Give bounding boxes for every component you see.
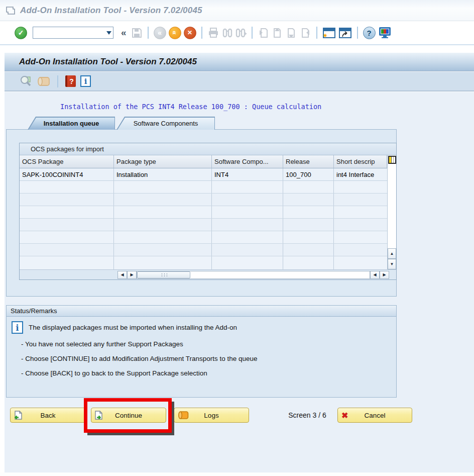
- display-search-icon[interactable]: [20, 75, 33, 88]
- star-glyph: ✷: [323, 32, 328, 39]
- app-title: Add-On Installation Tool - Version 7.02/…: [19, 57, 197, 67]
- back-page-icon: [14, 411, 22, 420]
- back-button[interactable]: Back: [10, 408, 86, 423]
- collapse-toolbar-icon[interactable]: «: [119, 27, 129, 38]
- app-toolbar: ? i: [5, 72, 474, 91]
- status-remark: - Choose [BACK] to go back to the Suppor…: [21, 369, 207, 377]
- command-input[interactable]: [33, 27, 104, 38]
- table-row-empty: [20, 231, 387, 244]
- table-row-empty: [20, 244, 387, 256]
- sap-window-icon: [6, 6, 16, 15]
- window-titlebar: Add-On Installation Tool - Version 7.02/…: [0, 0, 474, 21]
- scroll-left-icon[interactable]: ◀: [117, 271, 127, 279]
- column-header-short-description[interactable]: Short descrip: [334, 155, 387, 168]
- horizontal-scroll-thumb[interactable]: [137, 271, 190, 278]
- command-dropdown-icon[interactable]: [104, 27, 113, 38]
- customize-layout-icon[interactable]: [378, 27, 392, 39]
- table-row-empty: [20, 219, 387, 231]
- column-header-package-type[interactable]: Package type: [114, 155, 212, 168]
- tab-installation-queue[interactable]: Installation queue: [28, 117, 115, 130]
- previous-page-icon[interactable]: [272, 27, 283, 39]
- find-next-icon[interactable]: [235, 27, 247, 38]
- cell-release: 100_700: [283, 168, 334, 180]
- ocs-packages-table: OCS packages for import OCS Package Pack…: [19, 143, 397, 280]
- vertical-scrollbar[interactable]: ▲ ▼: [387, 155, 396, 269]
- create-shortcut-icon[interactable]: [338, 27, 352, 39]
- button-label: Logs: [204, 412, 218, 419]
- status-info-line: The displayed packages must be imported …: [29, 324, 237, 331]
- cell-ocs-package: SAPK-100COININT4: [20, 168, 114, 180]
- table-row-empty: [20, 181, 387, 194]
- first-page-icon[interactable]: [258, 27, 269, 39]
- tab-label: Installation queue: [44, 120, 99, 127]
- horizontal-scroll-track[interactable]: [137, 271, 370, 279]
- logs-button[interactable]: Logs: [174, 408, 249, 423]
- scroll-up-icon[interactable]: ▲: [388, 248, 396, 259]
- column-header-release[interactable]: Release: [283, 155, 334, 168]
- support-help-book-icon[interactable]: ?: [65, 75, 76, 87]
- column-header-ocs-package[interactable]: OCS Package: [20, 155, 114, 168]
- enter-icon[interactable]: ✓: [15, 27, 27, 39]
- sap-gui-window: Add-On Installation Tool - Version 7.02/…: [0, 0, 474, 476]
- annotation-highlight: [84, 398, 172, 433]
- back-icon[interactable]: «: [154, 27, 166, 39]
- print-icon[interactable]: [207, 27, 219, 38]
- table-header-row: OCS Package Package type Software Compo.…: [20, 155, 387, 168]
- toolbar-separator: [357, 27, 358, 39]
- screen-indicator: Screen 3 / 6: [280, 408, 335, 423]
- logs-scroll-icon: [178, 411, 189, 420]
- status-panel-title: Status/Remarks: [7, 306, 396, 317]
- toolbar-separator: [148, 27, 149, 39]
- command-field-wrap: [33, 27, 113, 39]
- hscroll-spacer: [389, 270, 396, 279]
- table-row-empty: [20, 206, 387, 219]
- cancel-button[interactable]: ✖ Cancel: [337, 408, 412, 423]
- next-page-icon[interactable]: [286, 27, 297, 39]
- app-header: Add-On Installation Tool - Version 7.02/…: [5, 52, 474, 71]
- cell-software-component: INT4: [212, 168, 283, 180]
- tab-software-components[interactable]: Software Components: [116, 117, 215, 130]
- cell-short-description: int4 Interface: [334, 168, 387, 180]
- scroll-right-end-icon[interactable]: ▶: [380, 271, 389, 279]
- toolbar-separator: [252, 27, 253, 39]
- scroll-right-icon[interactable]: ▶: [127, 271, 137, 279]
- toolbar-separator: [201, 27, 202, 39]
- status-remarks-panel: Status/Remarks i The displayed packages …: [6, 305, 397, 398]
- status-remark: - Choose [CONTINUE] to add Modification …: [21, 355, 257, 362]
- find-icon[interactable]: [222, 27, 233, 38]
- installation-queue-panel: OCS packages for import OCS Package Pack…: [6, 129, 397, 297]
- column-header-software-component[interactable]: Software Compo...: [212, 155, 283, 168]
- standard-toolbar: ✓ « « « ✕: [0, 21, 474, 45]
- info-icon: i: [12, 321, 23, 334]
- table-row[interactable]: SAPK-100COININT4 Installation INT4 100_7…: [20, 168, 387, 181]
- table-filler-row: [20, 256, 387, 269]
- information-icon[interactable]: i: [80, 75, 91, 87]
- table-empty-rows: [20, 181, 387, 256]
- window-title: Add-On Installation Tool - Version 7.02/…: [20, 6, 202, 16]
- tab-label: Software Components: [134, 120, 198, 127]
- cell-package-type: Installation: [114, 168, 212, 180]
- instruction-text: Installation of the PCS INT4 Release 100…: [60, 103, 321, 111]
- toolbar-separator: [316, 27, 317, 39]
- logs-disabled-icon: [37, 76, 50, 87]
- button-label: Cancel: [364, 412, 385, 419]
- horizontal-scrollbar[interactable]: ◀ ▶ ◀ ▶: [20, 269, 396, 279]
- save-icon[interactable]: [131, 27, 143, 39]
- last-page-icon[interactable]: [300, 27, 311, 39]
- status-remark: - You have not selected any further Supp…: [21, 340, 183, 348]
- new-session-icon[interactable]: ✷: [322, 27, 336, 39]
- hscroll-spacer: [20, 270, 117, 279]
- window-bottom-edge: [0, 472, 474, 476]
- table-title: OCS packages for import: [20, 143, 396, 155]
- exit-icon[interactable]: «: [169, 27, 181, 39]
- toolbar-separator: [57, 75, 58, 87]
- scroll-down-icon[interactable]: ▼: [388, 259, 396, 269]
- vertical-scroll-track[interactable]: [388, 164, 396, 248]
- help-icon[interactable]: ?: [363, 27, 376, 39]
- table-row-empty: [20, 194, 387, 206]
- cancel-icon[interactable]: ✕: [184, 27, 196, 39]
- button-label: Back: [40, 412, 55, 419]
- content-area: Installation of the PCS INT4 Release 100…: [5, 92, 474, 472]
- scroll-left-end-icon[interactable]: ◀: [370, 271, 380, 279]
- table-configuration-icon[interactable]: [388, 156, 396, 164]
